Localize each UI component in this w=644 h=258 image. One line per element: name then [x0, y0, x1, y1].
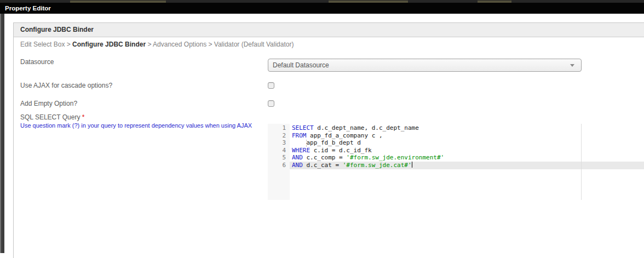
code-line: FROM app_fd_a_company c ,	[292, 132, 644, 140]
line-number: 1	[268, 124, 290, 132]
chevron-down-icon	[570, 64, 574, 67]
breadcrumb-steps-trailing[interactable]: > Advanced Options > Validator (Default …	[146, 41, 294, 48]
line-number: 2	[268, 132, 290, 140]
dimmed-background-left-strip	[0, 14, 4, 253]
datasource-selected-value: Default Datasource	[273, 61, 329, 69]
code-line: AND c.c_comp = '#form.sw_jde.environment…	[292, 154, 644, 162]
line-number-gutter: 123456	[268, 124, 290, 200]
datasource-label: Datasource	[20, 58, 54, 66]
panel-title: Configure JDBC Binder	[14, 23, 644, 37]
sql-query-label: SQL SELECT Query *	[20, 113, 84, 121]
datasource-select[interactable]: Default Datasource	[268, 59, 582, 72]
line-number: 4	[268, 147, 290, 154]
window-title: Property Editor	[0, 3, 644, 14]
code-line: SELECT d.c_dept_name, d.c_dept_name	[292, 124, 644, 132]
add-empty-option-label: Add Empty Option?	[20, 100, 77, 107]
line-number: 3	[268, 139, 290, 147]
line-number: 6	[268, 162, 290, 169]
breadcrumb: Edit Select Box > Configure JDBC Binder …	[14, 37, 644, 50]
required-asterisk: *	[82, 113, 85, 121]
property-editor-title-bar: Property Editor	[0, 3, 644, 14]
breadcrumb-step-current: Configure JDBC Binder	[72, 41, 146, 48]
code-line: app_fd_b_dept d	[292, 139, 644, 147]
code-line: WHERE c.id = d.c_id_fk	[292, 147, 644, 154]
code-area: SELECT d.c_dept_name, d.c_dept_nameFROM …	[292, 124, 644, 169]
use-ajax-label: Use AJAX for cascade options?	[20, 82, 112, 89]
sql-code-editor[interactable]: 123456 SELECT d.c_dept_name, d.c_dept_na…	[268, 124, 644, 200]
code-line: AND d.c_cat = '#form.sw_jde.cat#'	[292, 162, 644, 169]
text-cursor	[412, 162, 412, 168]
add-empty-option-checkbox[interactable]	[268, 100, 274, 107]
line-number: 5	[268, 154, 290, 162]
sql-query-hint: Use question mark (?) in your query to r…	[20, 122, 252, 129]
use-ajax-checkbox[interactable]	[268, 82, 274, 89]
breadcrumb-step-edit-select-box[interactable]: Edit Select Box >	[20, 41, 72, 48]
